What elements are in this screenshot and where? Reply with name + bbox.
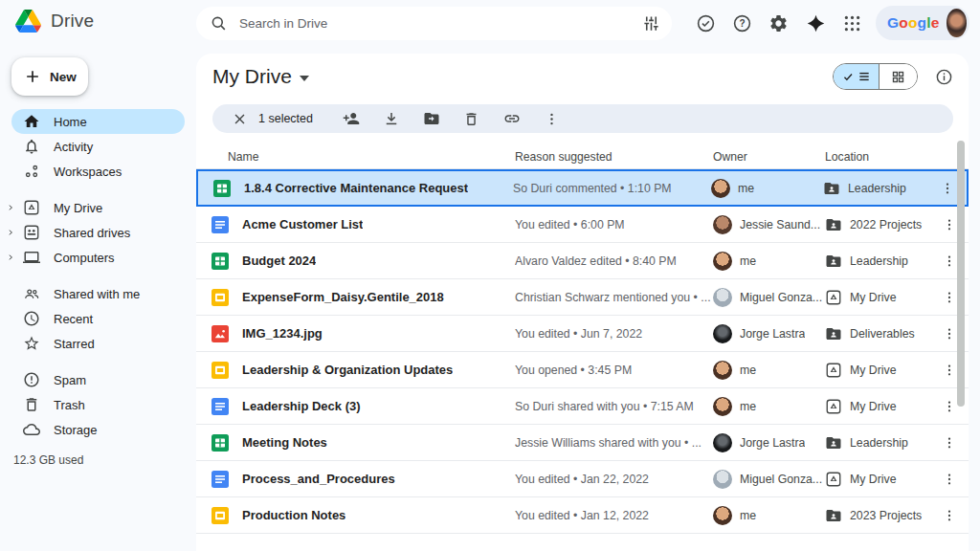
file-row[interactable]: Meeting NotesJessie Williams shared with… bbox=[196, 425, 969, 461]
column-header-name[interactable]: Name bbox=[196, 150, 515, 164]
new-button[interactable]: New bbox=[11, 57, 88, 96]
search-options-icon[interactable] bbox=[642, 14, 660, 33]
owner-avatar bbox=[713, 324, 732, 343]
topbar: Drive ? Google bbox=[0, 0, 980, 46]
sidebar-item-trash[interactable]: Trash bbox=[11, 392, 185, 417]
owner-name: Jessie Saund... bbox=[740, 218, 820, 231]
sidebar-item-home[interactable]: Home bbox=[11, 109, 185, 134]
reason-suggested: So Duri commented • 1:10 PM bbox=[513, 182, 711, 195]
sidebar-item-label: Shared drives bbox=[54, 226, 130, 240]
workspaces-icon bbox=[23, 163, 40, 180]
row-menu-button[interactable] bbox=[930, 508, 969, 523]
sidebar-item-shared-with-me[interactable]: Shared with me bbox=[11, 281, 185, 306]
sidebar-item-activity[interactable]: Activity bbox=[11, 134, 185, 159]
settings-gear-icon[interactable] bbox=[767, 11, 790, 34]
more-actions-button[interactable] bbox=[537, 106, 568, 131]
selected-count: 1 selected bbox=[258, 112, 313, 125]
sidebar-item-workspaces[interactable]: Workspaces bbox=[11, 159, 185, 184]
reason-suggested: You opened • 3:45 PM bbox=[515, 364, 713, 377]
file-name: Leadership Deck (3) bbox=[242, 399, 361, 413]
row-menu-button[interactable] bbox=[930, 472, 969, 487]
owner-name: me bbox=[740, 400, 756, 413]
info-button[interactable] bbox=[935, 68, 953, 86]
owner-name: Jorge Lastra bbox=[740, 327, 805, 341]
sidebar-item-my-drive[interactable]: My Drive bbox=[11, 195, 185, 220]
sidebar-item-storage[interactable]: Storage bbox=[11, 417, 185, 442]
bell-icon bbox=[23, 138, 40, 155]
sidebar-item-label: Trash bbox=[54, 398, 85, 412]
check-icon bbox=[842, 71, 855, 83]
move-button[interactable] bbox=[416, 106, 447, 131]
sidebar-item-spam[interactable]: Spam bbox=[11, 367, 185, 392]
clear-selection-button[interactable] bbox=[224, 106, 255, 131]
chevron-right-icon[interactable] bbox=[5, 253, 16, 262]
sidebar-item-label: My Drive bbox=[54, 201, 102, 215]
list-icon bbox=[858, 70, 871, 83]
sidebar-item-computers[interactable]: Computers bbox=[11, 245, 185, 270]
file-type-slides-icon bbox=[212, 507, 229, 524]
search-bar[interactable] bbox=[196, 7, 672, 40]
offline-ready-icon[interactable] bbox=[694, 11, 717, 34]
file-row[interactable]: Leadership & Organization UpdatesYou ope… bbox=[196, 352, 969, 388]
grid-view-button[interactable] bbox=[879, 64, 917, 89]
column-header-location[interactable]: Location bbox=[825, 150, 930, 164]
chevron-right-icon[interactable] bbox=[5, 228, 16, 237]
google-logo: Google bbox=[887, 14, 940, 32]
file-name: 1.8.4 Corrective Maintenance Request bbox=[244, 181, 468, 195]
help-icon[interactable]: ? bbox=[730, 11, 753, 34]
account-pill[interactable]: Google bbox=[876, 6, 969, 40]
list-view-button[interactable] bbox=[834, 64, 879, 89]
sidebar: New HomeActivityWorkspacesMy DriveShared… bbox=[0, 46, 196, 551]
sidebar-item-label: Recent bbox=[54, 312, 93, 326]
star-icon bbox=[23, 335, 40, 352]
svg-text:?: ? bbox=[739, 18, 745, 29]
trash-icon bbox=[463, 111, 479, 127]
file-row[interactable]: Production NotesYou edited • Jan 12, 202… bbox=[196, 497, 969, 534]
close-icon bbox=[232, 111, 248, 127]
sidebar-item-label: Starred bbox=[54, 337, 95, 351]
sidebar-item-starred[interactable]: Starred bbox=[11, 331, 185, 356]
file-row[interactable]: IMG_1234.jpgYou edited • Jun 7, 2022Jorg… bbox=[196, 316, 969, 352]
search-input[interactable] bbox=[239, 16, 642, 31]
apps-grid-icon[interactable] bbox=[840, 11, 863, 34]
file-row[interactable]: ExpenseForm_Daisy.Gentile_2018Christian … bbox=[196, 279, 969, 316]
row-menu-button[interactable] bbox=[930, 435, 969, 451]
my-drive-icon bbox=[825, 362, 842, 379]
location-name: Leadership bbox=[850, 436, 908, 450]
plus-icon bbox=[23, 67, 42, 86]
file-row[interactable]: Process_and_ProceduresYou edited • Jan 2… bbox=[196, 461, 969, 497]
shared-folder-icon bbox=[825, 253, 842, 270]
file-row[interactable]: Budget 2024Alvaro Valdez edited • 8:40 P… bbox=[196, 243, 969, 279]
share-button[interactable] bbox=[336, 106, 367, 131]
page-title[interactable]: My Drive bbox=[212, 65, 309, 88]
column-header-reason[interactable]: Reason suggested bbox=[515, 150, 713, 164]
owner-name: me bbox=[738, 182, 754, 195]
main-card: My Drive 1 selected bbox=[196, 54, 969, 551]
chevron-right-icon[interactable] bbox=[5, 203, 16, 212]
sidebar-item-shared-drives[interactable]: Shared drives bbox=[11, 220, 185, 245]
file-row[interactable]: 1.8.4 Corrective Maintenance RequestSo D… bbox=[196, 169, 969, 207]
sidebar-item-recent[interactable]: Recent bbox=[11, 306, 185, 331]
trash-button[interactable] bbox=[457, 106, 487, 131]
kebab-menu-icon bbox=[544, 111, 560, 127]
file-row[interactable]: Leadership Deck (3)So Duri shared with y… bbox=[196, 388, 969, 425]
computers-icon bbox=[23, 249, 40, 266]
reason-suggested: Alvaro Valdez edited • 8:40 PM bbox=[515, 254, 713, 268]
scrollbar-thumb[interactable] bbox=[957, 141, 965, 407]
column-header-owner[interactable]: Owner bbox=[713, 150, 825, 164]
drive-logo[interactable]: Drive bbox=[15, 10, 94, 33]
file-row[interactable]: Acme Customer ListYou edited • 6:00 PMJe… bbox=[196, 207, 969, 243]
file-type-sheets-icon bbox=[212, 253, 229, 270]
file-type-slides-icon bbox=[212, 362, 229, 379]
gemini-sparkle-icon[interactable] bbox=[804, 11, 827, 34]
location-name: Deliverables bbox=[850, 327, 915, 341]
reason-suggested: You edited • Jan 12, 2022 bbox=[515, 509, 713, 522]
user-avatar[interactable] bbox=[947, 9, 967, 37]
download-button[interactable] bbox=[376, 106, 407, 131]
trash-icon bbox=[23, 396, 40, 413]
file-type-sheets-icon bbox=[213, 180, 231, 197]
copy-link-button[interactable] bbox=[497, 106, 527, 131]
folder-move-icon bbox=[423, 110, 440, 127]
file-name: Leadership & Organization Updates bbox=[242, 363, 453, 377]
shared-folder-icon bbox=[825, 434, 842, 452]
